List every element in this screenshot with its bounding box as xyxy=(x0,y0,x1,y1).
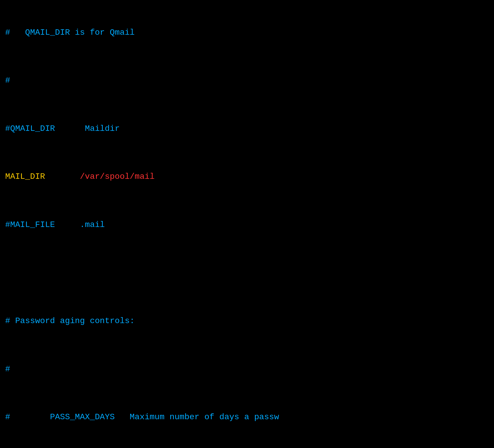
line-3: #QMAIL_DIR Maildir xyxy=(5,123,489,135)
line-7: # Password aging controls: xyxy=(5,315,489,327)
line-4-key: MAIL_DIR xyxy=(5,172,45,181)
line-5-value: .mail xyxy=(80,220,105,230)
line-5: #MAIL_FILE .mail xyxy=(5,219,489,231)
line-5-spaces xyxy=(55,220,80,230)
code-content: # QMAIL_DIR is for Qmail # #QMAIL_DIR Ma… xyxy=(5,3,489,448)
line-2: # xyxy=(5,75,489,87)
line-3-key: #QMAIL_DIR xyxy=(5,124,55,133)
line-3-spaces xyxy=(55,124,85,133)
line-4-value: /var/spool/mail xyxy=(80,172,155,181)
line-8: # xyxy=(5,363,489,375)
line-3-value: Maildir xyxy=(85,124,120,133)
line-9: # PASS_MAX_DAYS Maximum number of days a… xyxy=(5,411,489,423)
line-5-key: #MAIL_FILE xyxy=(5,220,55,230)
line-4: MAIL_DIR /var/spool/mail xyxy=(5,171,489,183)
line-1: # QMAIL_DIR is for Qmail xyxy=(5,27,489,39)
line-4-spaces xyxy=(45,172,80,181)
line-6 xyxy=(5,267,489,279)
